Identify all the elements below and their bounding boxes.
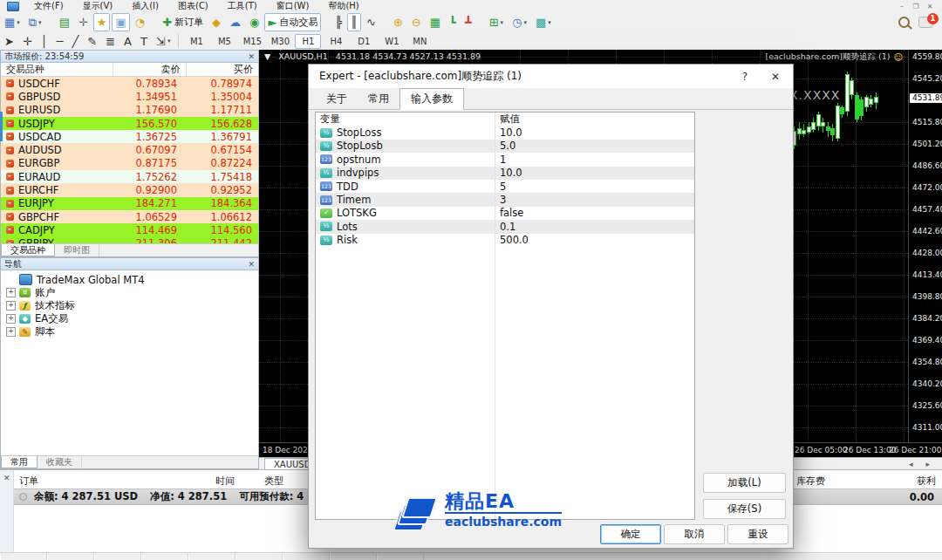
chevron-down-icon[interactable]: ▼ [264,51,270,61]
cancel-button[interactable]: 取消 [664,524,725,544]
menu-item[interactable]: 帮助(H) [318,0,368,12]
tree-node[interactable]: + ✎ 脚本 [4,325,258,338]
column-profit[interactable]: 获利 [907,475,936,488]
sep[interactable] [477,13,484,31]
autotrading-button[interactable]: ► 自动交易 [264,13,321,31]
ea-smiley-icon[interactable]: ☺ [894,52,903,62]
sep[interactable] [47,13,54,31]
timeframe-button[interactable]: M5 [211,34,237,49]
menu-item[interactable]: 窗口(W) [267,0,319,12]
market-watch-row[interactable]: CADJPY 114.469 114.560 [1,223,258,236]
close-icon[interactable]: ✕ [758,71,793,83]
data-window-icon[interactable]: ✛ [75,13,92,31]
tree-node-root[interactable]: + TradeMax Global MT4 [4,273,258,286]
market-watch-row[interactable]: USDCHF 0.78934 0.78974 [1,77,258,90]
terminal-icon[interactable]: ▣ [112,13,129,31]
fibonacci-icon[interactable]: ≣ [102,32,119,51]
channel-icon[interactable]: ✎ [84,32,100,51]
signals-icon[interactable]: ◉ [246,13,263,31]
help-icon[interactable]: ? [732,71,758,83]
sep[interactable] [323,13,330,31]
expand-icon[interactable]: + [6,314,16,324]
tree-node[interactable]: + ¤ 账户 [4,286,258,299]
param-value[interactable]: 500.0 [495,234,529,246]
timeframe-button[interactable]: H4 [323,34,349,49]
crosshair-icon[interactable]: ✛ [19,32,36,51]
timeframe-button[interactable]: H1 [295,34,321,49]
input-param-row[interactable]: Timem 3 [316,193,694,206]
profiles-icon[interactable]: ⧉ ▾ [25,13,45,31]
navigator-tab[interactable]: 收藏夹 [38,456,82,468]
column-order[interactable]: 订单 [19,475,38,488]
market-watch-row[interactable]: USDJPY 156.570 156.628 [1,117,258,130]
trendline-icon[interactable]: ╱ [68,32,82,51]
sep[interactable] [381,13,388,31]
timeframe-button[interactable]: MN [406,34,433,49]
param-value[interactable]: false [495,207,523,219]
market-watch-row[interactable]: EURGBP 0.87175 0.87224 [1,157,258,170]
dialog-tab[interactable]: 输入参数 [399,88,464,110]
input-param-row[interactable]: TDD 5 [316,180,694,193]
zoom-in-icon[interactable]: ⊕ [390,13,406,31]
inputs-table[interactable]: 变量 赋值 StopLoss 10.0 StopLosb 5 [315,112,695,520]
line-chart-icon[interactable]: ∿ [363,13,379,31]
tree-node[interactable]: + ◆ EA交易 [4,312,258,325]
input-param-row[interactable]: StopLosb 5.0 [316,140,694,153]
input-param-row[interactable]: indvpips 10.0 [316,167,694,180]
market-watch-row[interactable]: EURAUD 1.75262 1.75418 [1,170,258,183]
input-param-row[interactable]: Risk 500.0 [316,234,694,247]
timeframe-button[interactable]: M15 [239,34,265,49]
sep[interactable] [150,13,157,31]
market-watch-row[interactable]: GBPCHF 1.06529 1.06612 [1,210,258,223]
param-value[interactable]: 5.0 [495,140,515,152]
save-button[interactable]: 保存(S) [703,499,786,519]
menu-item[interactable]: 插入(I) [122,0,168,12]
search-icon[interactable] [898,17,910,28]
param-value[interactable]: 3 [495,194,506,206]
minimize-icon[interactable]: – [895,3,909,10]
arrange-up-icon[interactable]: ┗ [446,13,460,31]
notifications-icon[interactable]: 1 [918,17,933,28]
cursor-icon[interactable]: ➤ [1,32,17,51]
market-watch-tab[interactable]: 交易品种 [1,244,55,256]
metaeditor-icon[interactable]: ◆ [208,13,224,31]
param-value[interactable]: 5 [495,181,506,193]
vline-icon[interactable]: │ [38,32,51,51]
new-chart-icon[interactable]: ▦ ▾ [1,13,24,31]
market-watch-row[interactable]: USDCAD 1.36725 1.36791 [1,130,258,143]
new-order-button[interactable]: ✚ 新订单 [159,13,207,31]
expand-icon[interactable]: + [6,288,16,297]
market-watch-row[interactable]: AUDUSD 0.67097 0.67154 [1,143,258,156]
label-icon[interactable]: T [137,32,151,51]
input-param-row[interactable]: StopLoss 10.0 [316,126,694,139]
dialog-title-bar[interactable]: Expert - [eaclubshare.com]顺势追踪 (1) ? ✕ [309,65,793,88]
param-value[interactable]: 10.0 [495,126,522,139]
arrange-down-icon[interactable]: ┻ [461,13,475,31]
dialog-tab[interactable]: 关于 [316,89,358,109]
tester-icon[interactable]: ◔ [132,13,148,31]
tree-node[interactable]: + ƒ 技术指标 [4,299,258,312]
menu-item[interactable]: 工具(T) [218,0,267,12]
timeframe-button[interactable]: W1 [379,34,405,49]
candle-chart-icon[interactable]: ║ [347,13,361,31]
close-icon[interactable]: ✕ [248,260,255,269]
market-watch-icon[interactable]: ▤ [56,13,73,31]
hline-icon[interactable]: ─ [53,32,67,51]
text-icon[interactable]: A [120,32,135,51]
column-time[interactable]: 时间 [215,475,235,488]
expand-icon[interactable]: + [6,327,16,337]
param-value[interactable]: 1 [495,154,506,166]
ok-button[interactable]: 确定 [600,524,661,544]
shapes-icon[interactable]: ⇲ ▾ [153,32,174,51]
timeframe-button[interactable]: M30 [267,34,293,49]
expand-icon[interactable]: + [6,301,16,311]
menu-item[interactable]: 图表(C) [168,0,218,12]
periods-icon[interactable]: ◷ ▾ [509,13,530,31]
navigator-icon[interactable]: ★ [93,13,111,31]
market-watch-row[interactable]: EURUSD 1.17690 1.17711 [1,104,258,117]
menu-item[interactable]: 文件(F) [24,0,73,12]
restore-icon[interactable]: ❐ [909,3,923,10]
market-watch-tab[interactable]: 即时图 [55,244,99,256]
market-watch-row[interactable]: EURCHF 0.92900 0.92952 [1,183,258,196]
close-icon[interactable]: ✕ [923,3,937,10]
